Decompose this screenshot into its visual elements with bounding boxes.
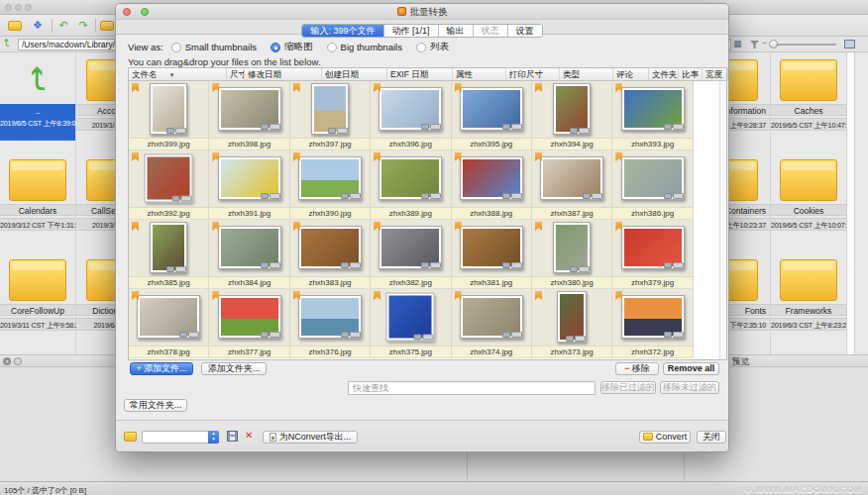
file-thumbnail-item[interactable]: zhxh377.jpg — [209, 289, 289, 358]
go-up-icon[interactable]: ⤴ — [4, 38, 9, 49]
column-header-10[interactable]: 比率 — [679, 68, 703, 80]
file-thumbnail-item[interactable]: zhxh385.jpg — [129, 220, 209, 289]
folder-item[interactable]: Caches2019/6/5 CST 上午10:47:04 — [771, 52, 846, 152]
favorite-folders-button[interactable]: 常用文件夹... — [124, 399, 187, 412]
column-header-8[interactable]: 评论 — [613, 68, 649, 80]
tab-1[interactable]: 动作 [1/1] — [384, 25, 439, 37]
view-as-option-2[interactable]: Big thumbnails — [327, 41, 402, 53]
preview-size-icon[interactable] — [844, 40, 855, 49]
delete-icon[interactable]: ✕ — [245, 430, 253, 441]
column-header-6[interactable]: 打印尺寸 — [506, 68, 560, 80]
convert-button[interactable]: Convert — [639, 431, 691, 444]
remove-filtered-button[interactable]: 移除已过滤的 — [600, 381, 656, 394]
undo-icon[interactable]: ↶ — [55, 18, 71, 33]
close-icon[interactable] — [5, 4, 12, 11]
quick-search-input[interactable] — [348, 381, 596, 395]
file-thumbnail-item[interactable]: zhxh373.jpg — [532, 289, 612, 358]
file-thumbnail-item[interactable]: zhxh383.jpg — [290, 220, 371, 289]
file-thumbnail-item[interactable]: zhxh380.jpg — [532, 220, 612, 289]
remove-all-button[interactable]: Remove all — [663, 362, 719, 375]
file-thumbnail-item[interactable]: zhxh388.jpg — [452, 150, 532, 220]
file-thumbnail-item[interactable]: zhxh381.jpg — [452, 220, 532, 289]
metadata-badge — [583, 193, 591, 199]
file-thumbnail-item[interactable]: zhxh390.jpg — [290, 150, 371, 220]
remove-button[interactable]: −移除 — [615, 362, 659, 375]
folder-item[interactable]: CoreFollowUp2019/3/11 CST 上午9:58:26 — [0, 252, 75, 352]
stepper-icon[interactable]: ▲▼ — [208, 431, 219, 444]
file-thumbnail-item[interactable]: zhxh394.jpg — [532, 81, 612, 150]
tab-4[interactable]: 设置 — [508, 25, 542, 37]
column-header-4[interactable]: EXIF 日期 — [387, 68, 453, 80]
folder-item[interactable]: Calendars2019/3/12 CST 下午1:31:34 — [0, 152, 75, 252]
file-thumbnail-item[interactable]: zhxh399.jpg — [129, 81, 209, 150]
thumbnail-badges — [261, 262, 280, 268]
file-thumbnail-item[interactable]: zhxh391.jpg — [209, 150, 289, 220]
folder-item[interactable]: Frameworks2019/6/3 CST 上午8:23:21 — [771, 252, 846, 352]
filter-icon[interactable] — [750, 41, 759, 49]
photo-thumbnail — [221, 298, 278, 336]
radio-icon[interactable] — [327, 43, 337, 52]
close-preview-icon[interactable]: ✕ — [3, 357, 11, 365]
folder-item[interactable]: Cookies2019/6/5 CST 上午10:07:59 — [771, 152, 846, 252]
column-header-0[interactable]: 文件名▼ — [129, 68, 227, 80]
remove-unfiltered-button[interactable]: 移除未过滤的 — [660, 381, 719, 394]
export-nconvert-button[interactable]: 为NConvert导出... — [263, 431, 358, 444]
radio-icon[interactable] — [271, 43, 280, 52]
column-header-2[interactable]: 修改日期 — [245, 68, 322, 80]
add-files-button[interactable]: +添加文件... — [130, 362, 193, 375]
radio-icon[interactable] — [416, 43, 426, 52]
thumbnail-badges — [502, 332, 522, 338]
folder-item[interactable]: ⤴..2019/6/5 CST 上午8:39:04 — [0, 52, 75, 152]
redo-icon[interactable]: ↷ — [75, 18, 91, 33]
file-thumbnail-item[interactable]: zhxh382.jpg — [371, 220, 451, 289]
file-thumbnail-item[interactable]: zhxh387.jpg — [532, 150, 612, 220]
tab-3[interactable]: 状态 — [474, 25, 508, 37]
file-thumbnail-item[interactable]: zhxh378.jpg — [129, 289, 209, 358]
radio-icon[interactable] — [171, 43, 181, 52]
column-header-1[interactable]: 尺寸 — [227, 68, 245, 80]
file-thumbnail-item[interactable]: zhxh395.jpg — [452, 81, 532, 150]
file-thumbnail-item[interactable]: zhxh384.jpg — [209, 220, 289, 289]
list-scrollbar[interactable] — [719, 81, 726, 359]
column-header-5[interactable]: 属性 — [453, 68, 506, 80]
minimize-icon[interactable] — [15, 4, 22, 11]
refresh-preview-icon[interactable] — [14, 357, 22, 365]
column-header-11[interactable]: 宽度 — [703, 68, 728, 80]
browse-folder-icon[interactable] — [8, 21, 22, 31]
file-thumbnail-item[interactable]: zhxh389.jpg — [371, 150, 451, 220]
file-thumbnail-item[interactable]: zhxh375.jpg — [371, 289, 451, 358]
file-thumbnail-item[interactable]: zhxh374.jpg — [452, 289, 532, 358]
file-thumbnail-item[interactable]: zhxh396.jpg — [371, 81, 451, 150]
view-mode-icon[interactable]: ▦ — [733, 39, 742, 49]
browser-scrollbar[interactable] — [846, 52, 855, 354]
transform-icon[interactable]: ❖ — [30, 18, 46, 33]
dialog-titlebar[interactable]: 批量转换 — [116, 4, 728, 20]
zoom-out-icon[interactable]: − — [762, 38, 767, 48]
add-folder-button[interactable]: 添加文件夹... — [201, 362, 267, 375]
save-icon[interactable] — [227, 431, 238, 442]
tab-2[interactable]: 输出 — [439, 25, 474, 37]
thumbnail-size-slider[interactable] — [771, 44, 836, 46]
favorites-folder-icon[interactable] — [100, 21, 114, 31]
view-as-option-1[interactable]: 缩略图 — [271, 41, 313, 53]
toolbar-divider — [95, 19, 96, 33]
column-header-7[interactable]: 类型 — [560, 68, 613, 80]
file-thumbnail-item[interactable]: zhxh393.jpg — [612, 81, 693, 150]
preset-combobox[interactable]: ▲▼ — [142, 431, 219, 444]
tab-0[interactable]: 输入: 399个文件 — [302, 25, 383, 37]
slider-knob[interactable] — [769, 40, 778, 49]
file-thumbnail-item[interactable]: zhxh398.jpg — [209, 81, 289, 150]
file-thumbnail-item[interactable]: zhxh392.jpg — [129, 150, 209, 220]
column-header-9[interactable]: 文件夹 — [649, 68, 679, 80]
file-thumbnail-item[interactable]: zhxh372.jpg — [612, 289, 693, 358]
view-as-option-3[interactable]: 列表 — [416, 41, 449, 53]
file-thumbnail-item[interactable]: zhxh397.jpg — [290, 81, 371, 150]
close-button[interactable]: 关闭 — [697, 431, 726, 444]
column-header-3[interactable]: 创建日期 — [322, 68, 387, 80]
file-thumbnail-item[interactable]: zhxh379.jpg — [612, 220, 693, 289]
zoom-icon[interactable] — [25, 4, 32, 11]
file-thumbnail-item[interactable]: zhxh376.jpg — [290, 289, 371, 358]
view-as-option-0[interactable]: Small thumbnails — [171, 41, 257, 53]
file-thumbnail-item[interactable]: zhxh386.jpg — [612, 150, 693, 220]
folder-icon[interactable] — [124, 432, 137, 442]
